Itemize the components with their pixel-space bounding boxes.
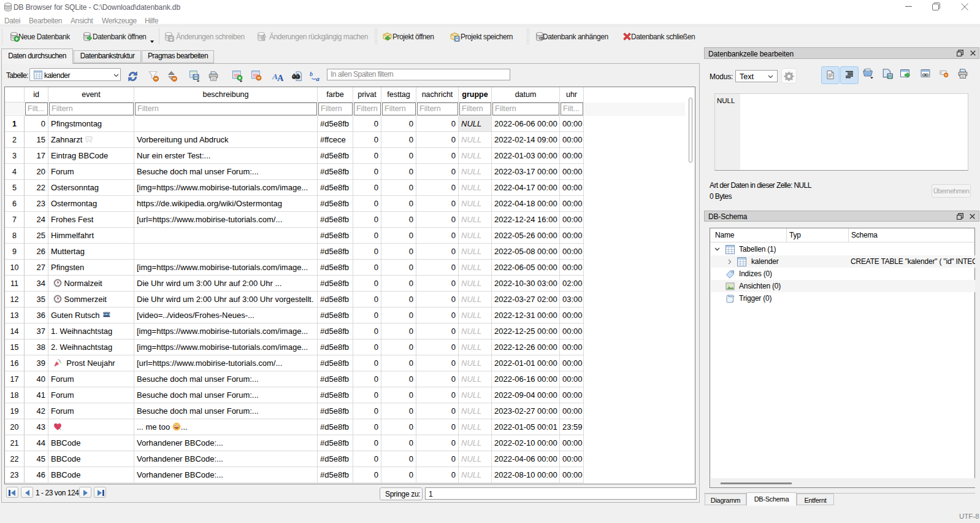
svg-text:b: b bbox=[310, 71, 313, 77]
svg-text:a: a bbox=[316, 75, 320, 82]
svg-text:A: A bbox=[277, 73, 283, 82]
